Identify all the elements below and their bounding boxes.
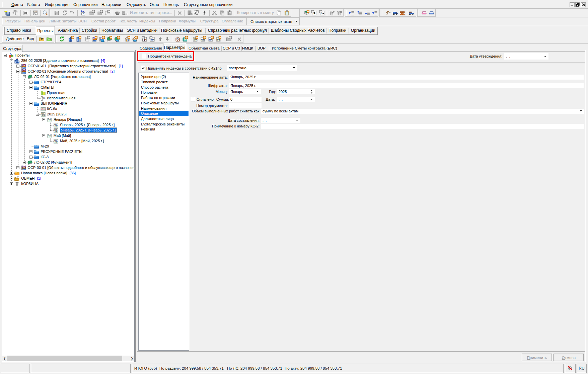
status-lang-segment[interactable]: RU	[577, 364, 587, 373]
indices-checkbox-label[interactable]: Применять индексы в соответствии с 421пр	[146, 66, 222, 70]
tab-Справочники[interactable]: Справочники	[7, 26, 31, 35]
tree-row[interactable]: %Январь, 2025 г. [Январь, 2025 г.]	[2, 128, 134, 133]
tree-expand-minus-icon[interactable]	[29, 86, 32, 89]
tree-expand-minus-icon[interactable]	[42, 134, 45, 137]
search-icon[interactable]	[41, 9, 49, 16]
tab-Содержание[interactable]: Содержание	[140, 45, 162, 52]
menu-1[interactable]: Работа	[27, 1, 40, 8]
section-item-Поправки[interactable]: Поправки	[139, 90, 189, 95]
building-copy-icon[interactable]	[121, 9, 128, 16]
chevron-down-icon[interactable]	[256, 91, 259, 92]
note-field[interactable]	[261, 124, 584, 129]
tree-row[interactable]: %Январь, 2025 г. [Январь, 2025 г.]	[2, 122, 134, 128]
pdf-export-icon[interactable]: PDF	[31, 9, 39, 16]
pr-gear-icon[interactable]: ПР	[207, 35, 214, 42]
book-gear-icon[interactable]	[303, 9, 310, 16]
chevron-down-icon[interactable]	[311, 99, 313, 100]
tab-Поисковые маршруты[interactable]: Поисковые маршруты	[161, 26, 202, 35]
tree-move-icon[interactable]	[11, 9, 19, 16]
tree-row[interactable]: КС-6КС-6а	[2, 106, 134, 112]
indent-up-icon[interactable]	[356, 9, 363, 16]
volume-combo[interactable]: сумму по всем актам	[261, 109, 584, 114]
paste-icon[interactable]	[226, 9, 233, 16]
sum-field[interactable]: 0	[229, 97, 262, 102]
save-icon[interactable]	[53, 9, 60, 16]
toolbar-grip[interactable]	[51, 10, 53, 16]
menu-3[interactable]: Справочники	[73, 1, 98, 8]
paste-clipboard-icon[interactable]	[283, 9, 290, 16]
tree-node-label[interactable]: ОСР-01-01 [Подготовка территории строите…	[28, 64, 123, 68]
book-gear2-icon[interactable]	[105, 35, 113, 42]
cancel-button[interactable]: Отмена	[554, 354, 584, 361]
view-button-7[interactable]: Поправки	[159, 19, 176, 23]
toolbar-grip[interactable]	[2, 27, 4, 34]
tree-row[interactable]: %Исполнительная	[2, 96, 134, 101]
book-roller-icon[interactable]	[113, 35, 121, 42]
view-button-8[interactable]: Формулы	[179, 19, 196, 23]
folder-collapse-icon[interactable]	[45, 35, 53, 42]
work-tool-icon[interactable]	[384, 9, 391, 16]
tree-row[interactable]: СТРУКТУРА	[2, 80, 134, 85]
tab-Аналитика[interactable]: Аналитика	[58, 26, 78, 35]
construction-gear-icon[interactable]	[91, 35, 98, 42]
view-button-6[interactable]: Индексы	[139, 19, 155, 23]
act-name-field[interactable]: Январь, 2025 г.	[229, 75, 584, 80]
tree-node-label[interactable]: КС-6а	[47, 107, 57, 111]
tree-node-label[interactable]: ОСР-02-01 [Основные объекты строительств…	[28, 69, 115, 73]
building-gear-icon[interactable]	[67, 35, 75, 42]
toolbar-grip[interactable]	[2, 18, 5, 24]
tree-expand-plus-icon[interactable]	[23, 161, 26, 164]
tree-node-label[interactable]: М-29	[41, 144, 49, 148]
arrow-up-icon[interactable]	[156, 35, 164, 42]
tree-horizontal-scrollbar[interactable]: ❮ ❯	[2, 356, 134, 361]
percent-teal-gear-icon[interactable]: %	[181, 35, 189, 42]
truck-cargo-icon[interactable]	[408, 9, 415, 16]
tree-node-label[interactable]: РЕСУРСНЫЕ РАСЧЕТЫ	[41, 150, 82, 154]
menu-7[interactable]: Помощь	[163, 1, 179, 8]
scroll-thumb[interactable]	[7, 356, 122, 361]
tab-Справочник расчётных формул[interactable]: Справочник расчётных формул	[208, 26, 267, 35]
building2-gear-icon[interactable]	[75, 35, 82, 42]
tree-expand-plus-icon[interactable]	[10, 182, 13, 185]
chevron-down-icon[interactable]	[580, 110, 582, 112]
section-item-Способ расчета[interactable]: Способ расчета	[139, 85, 189, 90]
tab-Организации[interactable]: Организации	[351, 26, 375, 35]
year-spinner[interactable]: 2025	[277, 89, 315, 95]
section-item-Ревизия[interactable]: Ревизия	[139, 127, 189, 132]
tree-node-label[interactable]: Январь, 2025 г. [Январь, 2025 г.]	[60, 123, 115, 127]
tree-row[interactable]: КС-3	[2, 155, 134, 160]
tree-row[interactable]: ЛС-02-02 [Фундамент]	[2, 160, 134, 165]
tree-row[interactable]: М-29	[2, 144, 134, 149]
date-combo[interactable]: . .	[277, 97, 315, 102]
tree-edit-icon[interactable]	[328, 9, 336, 16]
tree-row[interactable]: ОСР-03-01 [Объекты подсобного и обслужив…	[2, 165, 134, 171]
box-gear2-icon[interactable]	[96, 9, 103, 16]
tree-row[interactable]: Проекты	[2, 53, 134, 58]
paid-checkbox[interactable]	[191, 97, 195, 101]
tree-node-label[interactable]: СТРУКТУРА	[41, 80, 61, 84]
tree-expand-plus-icon[interactable]	[16, 65, 19, 68]
view-button-0[interactable]: Ресурсы	[5, 19, 20, 23]
view-button-1[interactable]: Панель цен	[24, 19, 45, 23]
construction-roller-icon[interactable]	[98, 35, 105, 42]
tree-node-label[interactable]: Проекты	[15, 53, 29, 57]
tab-ВОР[interactable]: ВОР	[258, 45, 266, 52]
section-item-Должностные лица[interactable]: Должностные лица	[139, 116, 189, 121]
tree-row[interactable]: ЛС-02-01 [Устройство котлована]	[2, 74, 134, 80]
tree-node-label[interactable]: Январь [Январь]	[54, 117, 82, 121]
window-minimize-button[interactable]	[570, 2, 575, 7]
tree-expand-plus-icon[interactable]	[29, 156, 32, 159]
books-blue-icon[interactable]	[428, 9, 435, 16]
tree-node-label[interactable]: 256-02-2025 [Здание спортивного комплекс…	[21, 59, 105, 63]
doc-p2-icon[interactable]: P	[141, 35, 148, 42]
tree-expand-plus-icon[interactable]	[10, 172, 13, 175]
tree-expand-minus-icon[interactable]	[36, 113, 39, 116]
tab-Параметры[interactable]: Параметры	[163, 43, 186, 52]
tree-expand-minus-icon[interactable]	[16, 70, 19, 73]
copy-icon[interactable]	[218, 9, 226, 16]
tree-expand-plus-icon[interactable]	[29, 150, 32, 153]
menu-2[interactable]: Информация	[45, 1, 69, 8]
undo-box-icon[interactable]: *	[79, 9, 86, 16]
section-item-Бухгалтерские реквизиты[interactable]: Бухгалтерские реквизиты	[139, 121, 189, 127]
tree-expand-minus-icon[interactable]	[10, 59, 13, 62]
